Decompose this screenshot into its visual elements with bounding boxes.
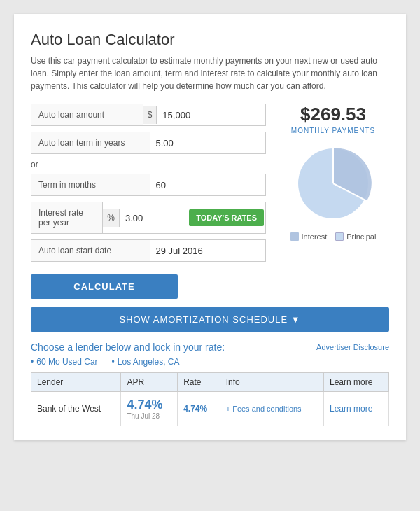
term-months-row: Term in months [31, 174, 266, 196]
filter-location-label: Los Angeles, CA [118, 357, 180, 367]
lender-info: + Fees and conditions [220, 392, 323, 426]
rate-value: 4.74% [183, 404, 207, 414]
loan-amount-input[interactable] [157, 106, 265, 125]
interest-row: Interest rate per year % TODAY'S RATES [31, 202, 266, 234]
start-date-input[interactable] [150, 241, 266, 260]
principal-legend-item: Principal [335, 232, 376, 241]
start-date-label: Auto loan start date [31, 240, 150, 261]
chart-legend: Interest Principal [290, 232, 377, 241]
fees-link[interactable]: + Fees and conditions [226, 405, 302, 413]
interest-legend-label: Interest [302, 232, 328, 241]
term-years-label: Auto loan term in years [31, 132, 150, 153]
col-info: Info [220, 373, 323, 392]
apr-value: 4.74% [127, 398, 172, 412]
interest-input[interactable] [120, 209, 188, 227]
lender-apr: 4.74% Thu Jul 28 [121, 392, 178, 426]
principal-legend-dot [335, 232, 344, 241]
filter-car-label: 60 Mo Used Car [36, 357, 97, 367]
table-header-row: Lender APR Rate Info Learn more [31, 373, 389, 392]
lender-rate: 4.74% [178, 392, 220, 426]
interest-prefix: % [103, 209, 120, 227]
loan-amount-prefix: $ [144, 106, 158, 124]
lender-section: Choose a lender below and lock in your r… [31, 342, 389, 426]
table-row: Bank of the West 4.74% Thu Jul 28 4.74% … [31, 392, 389, 426]
col-lender: Lender [31, 373, 121, 392]
lender-header-row: Choose a lender below and lock in your r… [31, 342, 389, 353]
col-apr: APR [121, 373, 178, 392]
interest-legend-dot [290, 232, 299, 241]
calculate-button[interactable]: CALCULATE [31, 274, 178, 299]
or-text: or [31, 160, 266, 169]
advertiser-disclosure-link[interactable]: Advertiser Disclosure [316, 343, 389, 351]
term-years-row: Auto loan term in years [31, 132, 266, 154]
lender-name: Bank of the West [31, 392, 121, 426]
lender-learn-more[interactable]: Learn more [323, 392, 388, 426]
term-months-input[interactable] [150, 176, 266, 195]
loan-amount-row: Auto loan amount $ [31, 104, 266, 126]
lender-section-title: Choose a lender below and lock in your r… [31, 342, 225, 353]
main-layout: Auto loan amount $ Auto loan term in yea… [31, 104, 389, 299]
learn-more-link[interactable]: Learn more [330, 404, 372, 414]
todays-rates-button[interactable]: TODAY'S RATES [189, 209, 264, 226]
principal-legend-label: Principal [346, 232, 376, 241]
page-description: Use this car payment calculator to estim… [31, 55, 389, 92]
lender-table: Lender APR Rate Info Learn more Bank of … [31, 372, 389, 426]
monthly-amount: $269.53 [300, 104, 366, 125]
apr-date: Thu Jul 28 [127, 412, 172, 420]
monthly-label: MONTHLY PAYMENTS [291, 127, 375, 134]
loan-amount-label: Auto loan amount [31, 104, 144, 125]
col-learn-more: Learn more [323, 373, 388, 392]
page-title: Auto Loan Calculator [31, 31, 389, 49]
calculator-card: Auto Loan Calculator Use this car paymen… [14, 14, 406, 440]
filter-item-location[interactable]: • Los Angeles, CA [112, 357, 180, 367]
term-months-label: Term in months [31, 174, 150, 195]
interest-label: Interest rate per year [31, 202, 103, 233]
chart-section: $269.53 MONTHLY PAYMENTS [277, 104, 389, 299]
amortization-button[interactable]: SHOW AMORTIZATION SCHEDULE ▼ [31, 307, 389, 332]
filter-item-car[interactable]: • 60 Mo Used Car [31, 357, 98, 367]
bullet-icon-2: • [112, 357, 115, 367]
bullet-icon: • [31, 357, 34, 367]
interest-legend-item: Interest [290, 232, 328, 241]
filter-row: • 60 Mo Used Car • Los Angeles, CA [31, 357, 389, 367]
term-years-input[interactable] [150, 134, 266, 153]
start-date-row: Auto loan start date [31, 239, 266, 262]
col-rate: Rate [178, 373, 220, 392]
pie-chart [291, 141, 375, 225]
form-section: Auto loan amount $ Auto loan term in yea… [31, 104, 266, 299]
